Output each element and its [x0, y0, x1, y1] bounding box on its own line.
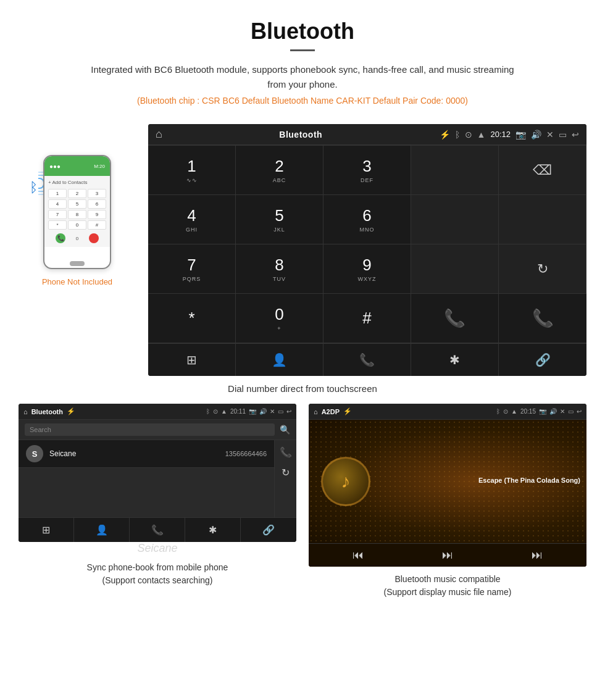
phone-call-button[interactable]: 📞 [56, 233, 65, 243]
search-icon[interactable]: 🔍 [280, 425, 290, 435]
search-input[interactable]: Search [25, 423, 275, 436]
phone-key-0[interactable]: 0 [68, 220, 86, 230]
pb-nav-contacts[interactable]: 👤 [74, 518, 130, 542]
dialer-caption: Dial number direct from touchscreen [0, 376, 605, 404]
music-info: Escape (The Pina Colada Song) [478, 477, 580, 486]
main-content: ᛒ ●●● M:20 + Add to Contacts 1 2 [0, 112, 605, 376]
phone-key-hash[interactable]: # [88, 220, 106, 230]
music-usb-icon: ⚡ [343, 407, 352, 415]
key-0[interactable]: 0 + [236, 294, 323, 343]
key-refresh[interactable]: ↻ [499, 244, 586, 294]
music-status-bar: ⌂ A2DP ⚡ ᛒ ⊙ ▲ 20:15 📷 🔊 ✕ ▭ ↩ [309, 404, 586, 420]
phone-key-7[interactable]: 7 [48, 210, 67, 219]
music-block: ⌂ A2DP ⚡ ᛒ ⊙ ▲ 20:15 📷 🔊 ✕ ▭ ↩ [309, 404, 586, 599]
phone-key-9[interactable]: 9 [88, 210, 106, 219]
pb-sig-icon: ▲ [221, 408, 227, 415]
contact-entry[interactable]: S Seicane 13566664466 [19, 440, 274, 468]
pb-nav-link[interactable]: 🔗 [241, 518, 296, 542]
key-6[interactable]: 6 MNO [323, 195, 411, 244]
phone-key-3[interactable]: 3 [88, 189, 106, 198]
key-star[interactable]: * [148, 294, 236, 343]
key-5[interactable]: 5 JKL [236, 195, 323, 244]
next-track-icon[interactable]: ⏭ [532, 549, 543, 562]
pb-dialpad-icon: ⊞ [42, 524, 50, 536]
pb-link-icon: 🔗 [262, 524, 275, 536]
phone-key-1[interactable]: 1 [48, 189, 67, 198]
contacts-icon: 👤 [272, 352, 287, 367]
phone-home-button[interactable] [70, 261, 85, 266]
music-caption-line2: (Support display music file name) [384, 587, 512, 597]
phonebook-caption-line2: (Support contacts searching) [102, 575, 213, 585]
back-icon[interactable]: ↩ [572, 130, 579, 140]
music-sig-icon: ▲ [511, 408, 517, 415]
prev-track-icon[interactable]: ⏮ [353, 549, 364, 562]
contact-number: 13566664466 [225, 450, 267, 457]
music-home-icon[interactable]: ⌂ [314, 408, 318, 415]
key-hash[interactable]: # [323, 294, 411, 343]
call-info: M:20 [94, 164, 105, 169]
pb-status-bar: ⌂ Bluetooth ⚡ ᛒ ⊙ ▲ 20:11 📷 🔊 ✕ ▭ ↩ [19, 404, 296, 420]
key-7[interactable]: 7 PQRS [148, 244, 236, 294]
music-back-icon[interactable]: ↩ [577, 408, 582, 415]
key-3[interactable]: 3 DEF [323, 146, 411, 195]
nav-dialpad[interactable]: ⊞ [148, 344, 236, 376]
pb-nav-calls[interactable]: 📞 [130, 518, 185, 542]
phone-key-8[interactable]: 8 [68, 210, 86, 219]
pb-side-refresh-icon[interactable]: ↻ [282, 467, 290, 478]
phone-key-2[interactable]: 2 [68, 189, 86, 198]
key-9[interactable]: 9 WXYZ [323, 244, 411, 294]
phone-container: ᛒ ●●● M:20 + Add to Contacts 1 2 [19, 124, 136, 286]
key-call-red[interactable]: 📞 [499, 294, 586, 343]
pb-close-icon[interactable]: ✕ [270, 408, 275, 415]
key-empty-4 [411, 244, 499, 294]
nav-bluetooth[interactable]: ✱ [411, 344, 499, 376]
link-icon: 🔗 [535, 352, 551, 367]
nav-contacts[interactable]: 👤 [236, 344, 323, 376]
volume-icon: 🔊 [531, 130, 541, 140]
dialpad-icon: ⊞ [186, 352, 197, 367]
phone-zero-btn[interactable]: 0 [76, 236, 78, 241]
pb-status-left: ⌂ Bluetooth ⚡ [23, 407, 75, 415]
pb-watermark-area: Seicane [137, 542, 177, 555]
phone-key-4[interactable]: 4 [48, 199, 67, 209]
contact-name: Seicane [49, 449, 225, 458]
home-icon[interactable]: ⌂ [156, 128, 162, 141]
key-1[interactable]: 1 ∿∿ [148, 146, 236, 195]
nav-calls[interactable]: 📞 [323, 344, 411, 376]
key-backspace[interactable]: ⌫ [499, 146, 586, 195]
status-title: Bluetooth [279, 130, 322, 140]
music-controls: ⏮ ⏭ ⏭ [309, 543, 586, 567]
key-4[interactable]: 4 GHI [148, 195, 236, 244]
page-header: Bluetooth Integrated with BC6 Bluetooth … [0, 0, 605, 112]
location-icon: ⊙ [465, 130, 472, 140]
phonebook-screen: ⌂ Bluetooth ⚡ ᛒ ⊙ ▲ 20:11 📷 🔊 ✕ ▭ ↩ [19, 404, 296, 542]
key-8[interactable]: 8 TUV [236, 244, 323, 294]
music-close-icon[interactable]: ✕ [560, 408, 565, 415]
play-pause-icon[interactable]: ⏭ [442, 549, 453, 562]
pb-usb-icon: ⚡ [67, 407, 75, 415]
pb-home-icon[interactable]: ⌂ [23, 408, 28, 415]
key-empty-3 [499, 195, 586, 244]
phone-key-5[interactable]: 5 [68, 199, 86, 209]
pb-nav-dialpad[interactable]: ⊞ [19, 518, 74, 542]
pb-time: 20:11 [230, 408, 246, 415]
page-title: Bluetooth [12, 19, 593, 44]
pb-side-phone-icon[interactable]: 📞 [280, 446, 292, 458]
music-title-label: A2DP [322, 408, 340, 415]
phone-key-star[interactable]: * [48, 220, 67, 230]
phone-end-button[interactable] [89, 233, 99, 243]
music-loc-icon: ⊙ [503, 408, 508, 415]
pb-nav-bt[interactable]: ✱ [185, 518, 241, 542]
pb-vol-icon: 🔊 [259, 408, 267, 415]
pb-back-icon[interactable]: ↩ [286, 408, 291, 415]
key-call-green[interactable]: 📞 [411, 294, 499, 343]
contact-avatar: S [26, 445, 43, 462]
nav-link[interactable]: 🔗 [499, 344, 586, 376]
phone-key-6[interactable]: 6 [88, 199, 106, 209]
music-screen-body: ♪ Escape (The Pina Colada Song) ⏮ ⏭ ⏭ [309, 420, 586, 567]
bluetooth-status-icon: ᛒ [455, 130, 460, 140]
close-icon[interactable]: ✕ [546, 130, 554, 140]
phonebook-caption: Sync phone-book from mobile phone (Suppo… [87, 561, 228, 587]
screen-icon: ▭ [559, 130, 567, 140]
key-2[interactable]: 2 ABC [236, 146, 323, 195]
